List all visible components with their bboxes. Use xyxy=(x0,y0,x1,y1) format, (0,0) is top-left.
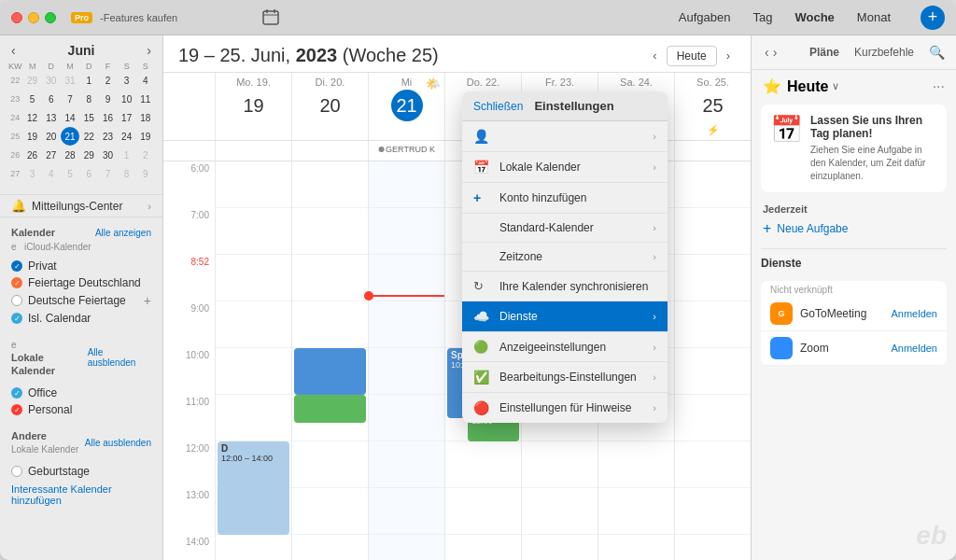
mini-day[interactable]: 16 xyxy=(98,108,117,127)
mini-day[interactable]: 12 xyxy=(23,108,42,127)
hide-all-button[interactable]: Alle ausblenden xyxy=(88,347,151,368)
mini-day[interactable]: 4 xyxy=(136,71,155,90)
mini-day[interactable]: 7 xyxy=(98,164,117,183)
mini-day[interactable]: 8 xyxy=(79,90,98,108)
mini-day[interactable]: 2 xyxy=(98,71,117,90)
show-all-button[interactable]: Alle anzeigen xyxy=(95,228,151,238)
calendar-item-isl[interactable]: Isl. Calendar xyxy=(0,310,162,327)
mini-day-today[interactable]: 21 xyxy=(61,127,79,146)
ctx-item-standard[interactable]: Standard-Kalender › xyxy=(462,214,668,243)
mini-day[interactable]: 31 xyxy=(61,71,79,90)
dienste-item-gotomeeting[interactable]: G GoToMeeting Anmelden xyxy=(761,297,947,331)
mini-day[interactable]: 24 xyxy=(118,127,136,146)
zoom-action[interactable]: Anmelden xyxy=(891,343,937,354)
more-options-icon[interactable]: ··· xyxy=(933,78,945,95)
mini-day[interactable]: 15 xyxy=(79,108,98,127)
maximize-button[interactable] xyxy=(45,12,56,23)
ctx-item-profile[interactable]: 👤 › xyxy=(462,121,668,152)
mini-day[interactable]: 29 xyxy=(79,146,98,164)
mini-day[interactable]: 5 xyxy=(23,90,42,108)
pro-badge[interactable]: Pro xyxy=(71,12,92,23)
prev-week-button[interactable]: ‹ xyxy=(647,47,662,64)
day-column-mon[interactable]: D 12:00 – 14:00 xyxy=(215,161,291,560)
mini-day[interactable]: 29 xyxy=(23,71,42,90)
event-tue-2[interactable] xyxy=(294,395,366,423)
nav-monat[interactable]: Monat xyxy=(857,10,891,24)
mini-day[interactable]: 4 xyxy=(42,164,61,183)
mini-day[interactable]: 17 xyxy=(118,108,136,127)
next-week-button[interactable]: › xyxy=(721,47,736,64)
today-dropdown-icon[interactable]: ∨ xyxy=(832,80,839,92)
mini-day[interactable]: 19 xyxy=(23,127,42,146)
mini-day[interactable]: 20 xyxy=(42,127,61,146)
ctx-item-zeitzone[interactable]: Zeitzone › xyxy=(462,243,668,272)
notifications-center-button[interactable]: 🔔 Mitteilungs-Center › xyxy=(0,194,162,217)
day-column-tue[interactable] xyxy=(291,161,368,560)
nav-tag[interactable]: Tag xyxy=(753,10,773,24)
ctx-item-konto[interactable]: + Konto hinzufügen xyxy=(462,183,668,214)
rp-next-button[interactable]: › xyxy=(771,43,780,62)
mini-day[interactable]: 22 xyxy=(79,127,98,146)
interesting-calendars-link[interactable]: Interessante Kalender hinzufügen xyxy=(0,480,162,510)
mini-day[interactable]: 14 xyxy=(61,108,79,127)
rp-prev-button[interactable]: ‹ xyxy=(763,43,771,62)
mini-day[interactable]: 9 xyxy=(136,164,155,183)
tab-kurzbefehle[interactable]: Kurzbefehle xyxy=(847,44,921,61)
mini-day[interactable]: 1 xyxy=(118,146,136,164)
allday-tue[interactable] xyxy=(291,141,368,161)
dienste-item-zoom[interactable]: Zoom Anmelden xyxy=(761,331,947,366)
mini-day[interactable]: 7 xyxy=(61,90,79,108)
mini-day[interactable]: 2 xyxy=(136,146,155,164)
allday-mon[interactable] xyxy=(215,141,291,161)
ctx-item-bearbeitungs[interactable]: ✅ Bearbeitungs-Einstellungen › xyxy=(462,362,668,393)
ctx-item-sync[interactable]: ↻ Ihre Kalender synchronisieren xyxy=(462,272,668,301)
mini-day[interactable]: 27 xyxy=(42,146,61,164)
mini-day[interactable]: 26 xyxy=(23,146,42,164)
ctx-item-hinweise[interactable]: 🔴 Einstellungen für Hinweise › xyxy=(462,393,668,423)
mini-day[interactable]: 6 xyxy=(42,90,61,108)
mini-day[interactable]: 30 xyxy=(98,146,117,164)
search-icon[interactable]: 🔍 xyxy=(929,45,945,60)
mini-day[interactable]: 9 xyxy=(98,90,117,108)
mini-day[interactable]: 28 xyxy=(61,146,79,164)
mini-day[interactable]: 8 xyxy=(118,164,136,183)
mini-day[interactable]: 1 xyxy=(79,71,98,90)
allday-sun[interactable] xyxy=(674,141,751,161)
day-column-wed[interactable] xyxy=(368,161,444,560)
mini-day[interactable]: 19 xyxy=(136,127,155,146)
mini-day[interactable]: 3 xyxy=(23,164,42,183)
gotomeeting-action[interactable]: Anmelden xyxy=(891,308,937,319)
next-month-button[interactable]: › xyxy=(147,43,151,58)
mini-day[interactable]: 13 xyxy=(42,108,61,127)
add-event-button[interactable]: + xyxy=(921,6,945,30)
mini-day[interactable]: 5 xyxy=(61,164,79,183)
nav-aufgaben[interactable]: Aufgaben xyxy=(679,10,731,24)
tab-plaene[interactable]: Pläne xyxy=(802,44,847,61)
calendar-item-feiertage-de[interactable]: Feiertage Deutschland xyxy=(0,274,162,291)
nav-woche[interactable]: Woche xyxy=(794,10,834,24)
close-button[interactable] xyxy=(11,12,22,23)
ctx-item-dienste[interactable]: ☁️ Dienste › xyxy=(462,301,668,332)
mini-day[interactable]: 30 xyxy=(42,71,61,90)
ctx-item-lokale-kalender[interactable]: 📅 Lokale Kalender › xyxy=(462,152,668,183)
mini-day[interactable]: 3 xyxy=(118,71,136,90)
calendar-item-personal[interactable]: Personal xyxy=(0,401,162,418)
minimize-button[interactable] xyxy=(28,12,39,23)
hide-all-andere-button[interactable]: Alle ausblenden xyxy=(85,438,151,448)
mini-day[interactable]: 6 xyxy=(79,164,98,183)
prev-month-button[interactable]: ‹ xyxy=(11,43,16,58)
event-tue-1[interactable] xyxy=(294,348,366,395)
day-column-sun[interactable] xyxy=(674,161,751,560)
ctx-close-button[interactable]: Schließen xyxy=(473,100,523,113)
mini-day[interactable]: 23 xyxy=(98,127,117,146)
calendar-item-privat[interactable]: Privat xyxy=(0,258,162,274)
event-d[interactable]: D 12:00 – 14:00 xyxy=(218,441,289,535)
today-button[interactable]: Heute xyxy=(667,46,717,66)
calendar-item-deutsche-feiertage[interactable]: Deutsche Feiertage + xyxy=(0,291,162,310)
mini-day[interactable]: 11 xyxy=(136,90,155,108)
calendar-item-office[interactable]: Office xyxy=(0,385,162,401)
add-task-button[interactable]: + Neue Aufgabe xyxy=(763,220,945,237)
ctx-item-anzeige[interactable]: 🟢 Anzeigeeinstellungen › xyxy=(462,332,668,362)
calendar-item-geburtstage[interactable]: Geburtstage xyxy=(0,463,162,480)
mini-day[interactable]: 10 xyxy=(118,90,136,108)
